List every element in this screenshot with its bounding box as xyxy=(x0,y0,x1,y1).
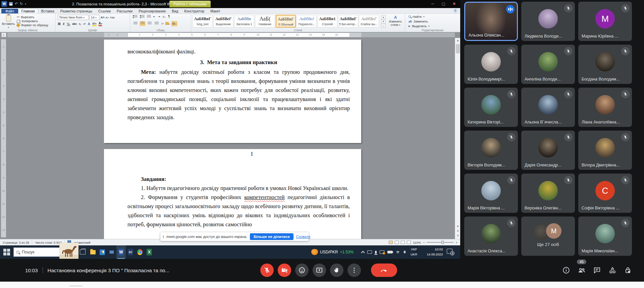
horizontal-ruler[interactable]: L 2112345678910111213141516 xyxy=(0,32,460,38)
explorer-taskbar-icon[interactable] xyxy=(88,245,98,259)
style-chip-4[interactable]: АаБбВвГ¶ Обычный xyxy=(276,15,296,28)
excel-taskbar-icon[interactable]: X xyxy=(145,245,154,259)
underline-button[interactable]: Ч▾ xyxy=(67,22,70,26)
restore-button[interactable]: ▢ xyxy=(439,1,448,7)
copy-button[interactable]: Копировать xyxy=(17,19,48,23)
ribbon-tab-1[interactable]: Главная xyxy=(18,8,38,13)
ribbon-tab-7[interactable]: Вид xyxy=(169,9,181,13)
present-screen-button[interactable] xyxy=(313,263,326,277)
participant-tile-0[interactable]: Альона Олексан... xyxy=(464,2,518,41)
fullscreen-view-icon[interactable] xyxy=(395,241,399,244)
end-call-button[interactable] xyxy=(371,263,397,277)
align-right-icon[interactable] xyxy=(147,21,152,26)
shrink-font-button[interactable]: А˅ xyxy=(106,16,109,19)
align-center-icon[interactable] xyxy=(140,21,145,26)
style-chip-1[interactable]: АаБбВеГВыделение xyxy=(213,15,233,28)
justify-icon[interactable] xyxy=(154,21,159,26)
save-icon[interactable] xyxy=(9,2,13,6)
ribbon-tab-0[interactable]: Файл xyxy=(1,9,18,13)
style-chip-8[interactable]: АаБбВеГСлабое вы... xyxy=(359,15,379,28)
participants-button[interactable] xyxy=(577,263,586,277)
ribbon-tab-5[interactable]: Рассылки xyxy=(114,9,136,13)
word-app-icon[interactable]: W xyxy=(1,1,7,7)
search-highlight-horse-image[interactable] xyxy=(59,243,78,259)
style-chip-7[interactable]: АаБбВвГ¶ Без интер... xyxy=(338,15,358,28)
next-page-icon[interactable]: ≛ xyxy=(455,233,460,238)
replace-button[interactable]: abЗаменить xyxy=(409,19,460,23)
participant-tile-12[interactable]: Марія Вікторівна ... xyxy=(464,174,518,213)
participant-tile-13[interactable]: Вероніка Олегівн... xyxy=(521,174,575,213)
font-color-button[interactable]: А▾ xyxy=(99,21,102,26)
highlight-color-button[interactable]: ab▾ xyxy=(92,22,97,26)
find-button[interactable]: Найти▾ xyxy=(409,15,460,18)
font-name-select[interactable]: Times New Rom ▾ xyxy=(58,15,89,20)
line-spacing-icon[interactable]: ↕▾ xyxy=(161,22,164,25)
document-page-1[interactable]: висококваліфіковані фахівці. 3. Мета та … xyxy=(104,40,361,143)
tray-expand-icon[interactable] xyxy=(361,251,365,254)
scroll-down-icon[interactable]: ▼ xyxy=(455,224,460,229)
vertical-ruler[interactable]: 2112345678910111213 xyxy=(1,39,6,237)
participant-tile-10[interactable]: Дарія Олександр... xyxy=(521,131,575,170)
minimize-button[interactable]: ─ xyxy=(428,1,437,7)
strikethrough-button[interactable]: abc xyxy=(72,22,77,26)
ribbon-tab-2[interactable]: Вставка xyxy=(38,9,57,13)
decrease-indent-icon[interactable]: ⇤ xyxy=(153,15,156,18)
task-view-icon[interactable] xyxy=(80,249,86,254)
participant-tile-15[interactable]: Анастасія Олекса... xyxy=(464,217,518,256)
select-button[interactable]: ▶Выделить▾ xyxy=(409,24,460,28)
sort-icon[interactable]: А↓ xyxy=(162,15,166,18)
scroll-up-icon[interactable]: ▲ xyxy=(455,38,460,43)
web-view-icon[interactable] xyxy=(401,241,405,244)
reactions-button[interactable] xyxy=(295,263,309,277)
change-styles-button[interactable]: А Изменить стили ▾ xyxy=(387,15,404,27)
participant-tile-9[interactable]: Вікторія Володим... xyxy=(464,131,518,170)
subscript-button[interactable]: x₂ xyxy=(79,22,82,26)
participant-tile-1[interactable]: Людмила Володи... xyxy=(521,2,575,41)
host-controls-button[interactable] xyxy=(624,263,632,277)
screen-share-tray-icon[interactable] xyxy=(380,250,384,254)
bullets-icon[interactable] xyxy=(133,15,138,18)
style-chip-0[interactable]: АаБбВвГlong_text xyxy=(193,15,213,28)
tab-selector-icon[interactable]: L xyxy=(1,33,6,37)
participant-tile-17[interactable]: Марія Миколаївн... xyxy=(578,217,632,256)
zoom-slider[interactable] xyxy=(427,242,453,243)
page-indicator[interactable]: Страница: 3 из 35 xyxy=(3,241,29,244)
chat-button[interactable] xyxy=(593,263,601,277)
meeting-details-button[interactable] xyxy=(562,263,571,277)
participant-tile-16[interactable]: MЩе 27 осіб xyxy=(521,217,575,256)
wifi-icon[interactable] xyxy=(395,250,400,254)
participant-tile-3[interactable]: Юлія Володимирі... xyxy=(464,45,518,84)
language-switcher[interactable]: УКРUKR xyxy=(411,247,417,257)
zoom-level[interactable]: 110% xyxy=(413,241,421,244)
grow-font-button[interactable]: А˄ xyxy=(101,16,105,19)
format-painter-button[interactable]: Формат по образцу xyxy=(17,23,48,27)
qat-customize-icon[interactable]: ▾ xyxy=(25,3,26,5)
mail-taskbar-icon[interactable]: ✉ xyxy=(107,245,116,259)
outline-view-icon[interactable] xyxy=(407,241,411,244)
more-options-button[interactable] xyxy=(347,263,361,277)
superscript-button[interactable]: x² xyxy=(83,22,86,26)
paste-button[interactable]: Вставить▾ xyxy=(2,15,15,29)
mic-off-button[interactable] xyxy=(260,263,274,277)
store-taskbar-icon[interactable] xyxy=(98,245,107,259)
stop-sharing-button[interactable]: Більше не ділитися xyxy=(250,233,293,240)
font-size-select[interactable]: 14 ▾ xyxy=(90,15,100,20)
ribbon-tab-4[interactable]: Ссылки xyxy=(95,9,114,13)
increase-indent-icon[interactable]: ⇥ xyxy=(158,15,160,18)
volume-icon[interactable] xyxy=(403,251,406,253)
raise-hand-button[interactable] xyxy=(330,263,343,277)
currency-ticker[interactable]: USD/PKR +1.53% xyxy=(311,245,354,259)
zoom-in-icon[interactable]: + xyxy=(455,241,458,244)
tray-microphone-icon[interactable] xyxy=(375,251,377,254)
notifications-icon[interactable]: 3 xyxy=(447,249,452,254)
ribbon-tab-8[interactable]: Конструктор xyxy=(181,9,207,13)
style-chip-2[interactable]: АаБбВвЗаголовок 1 xyxy=(234,15,254,28)
show-marks-icon[interactable]: ¶ xyxy=(168,15,170,18)
participant-tile-4[interactable]: Ангеліна Володи... xyxy=(521,45,575,84)
zoom-out-icon[interactable]: − xyxy=(423,241,425,244)
redo-icon[interactable]: ↻ xyxy=(20,2,23,6)
hide-banner-link[interactable]: Сховати xyxy=(296,235,310,239)
ribbon-tab-6[interactable]: Рецензирование xyxy=(136,9,169,13)
help-icon[interactable]: ? xyxy=(453,9,458,13)
style-chip-3[interactable]: АаБ(Название xyxy=(255,15,275,28)
